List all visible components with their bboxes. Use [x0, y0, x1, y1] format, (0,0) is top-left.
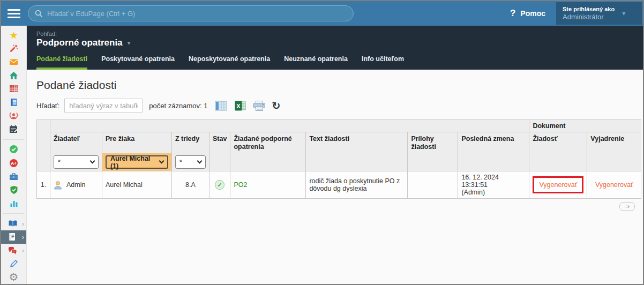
col-text-ziadosti[interactable]: Text žiadosti [306, 132, 408, 154]
pen-icon [10, 259, 18, 268]
sidebar-item-communication[interactable]: › [1, 244, 26, 257]
print-icon[interactable] [253, 101, 265, 111]
group-header-dokument: Dokument [529, 120, 641, 132]
help-button[interactable]: ? Pomoc [510, 8, 545, 19]
sidebar-item-notebook[interactable] [1, 95, 26, 109]
cell-prilohy [408, 171, 458, 199]
sidebar-item-person[interactable] [1, 109, 26, 122]
envelope-icon [9, 58, 18, 66]
filter-select-ziadatel[interactable]: * [54, 155, 99, 169]
view-label: Pohľad: [36, 31, 643, 37]
generate-vyjadrenie-link[interactable]: Vygenerovať [595, 181, 633, 189]
global-search[interactable] [28, 5, 354, 21]
sidebar-item-statistics[interactable] [1, 197, 26, 210]
sidebar-item-home[interactable] [1, 69, 26, 82]
cell-opatrenia[interactable]: PO2 [230, 171, 306, 199]
view-selector[interactable]: Podporné opatrenia ▾ [36, 38, 643, 48]
chat-bubbles-icon [8, 246, 17, 254]
sidebar-item-favorites[interactable]: ★ [1, 28, 26, 42]
cell-ziadatel: Admin [50, 171, 102, 199]
tab-neuznane-opatrenia[interactable]: Neuznané opatrenia [284, 55, 348, 70]
record-count: počet záznamov: 1 [149, 102, 207, 110]
sidebar-item-documents[interactable]: › [1, 230, 26, 244]
tab-poskytovane-opatrenia[interactable]: Poskytované opatrenia [101, 55, 175, 70]
chevron-down-icon: ▾ [622, 10, 625, 17]
row-number: 1. [37, 171, 50, 199]
content-area: Podané žiadosti Hľadať: počet záznamov: … [27, 70, 643, 284]
chevron-right-icon: › [22, 220, 24, 228]
sidebar-divider [3, 139, 24, 140]
svg-text:A+: A+ [11, 160, 17, 166]
view-header: Pohľad: Podporné opatrenia ▾ Podané žiad… [27, 26, 643, 70]
calendar-edit-icon [9, 125, 18, 133]
sidebar-item-settings[interactable]: ⚙ [1, 271, 26, 284]
check-circle-icon [9, 145, 18, 154]
menu-icon[interactable] [1, 9, 27, 18]
cell-pre-ziaka: Aurel Michal [102, 171, 172, 199]
cell-z-triedy: 8.A [172, 171, 209, 199]
col-z-triedy[interactable]: Z triedy [172, 132, 209, 154]
global-search-input[interactable] [47, 10, 347, 18]
home-icon [9, 71, 18, 80]
sidebar-item-grades[interactable]: A+ [1, 156, 26, 169]
sidebar-item-timetable[interactable] [1, 82, 26, 95]
timetable-grid-icon [9, 85, 18, 93]
notebook-icon [10, 98, 18, 107]
sidebar-item-admin[interactable] [1, 183, 26, 197]
cell-stav: ✓ [209, 171, 230, 199]
sidebar-item-library[interactable]: › [1, 217, 26, 230]
col-ziadatel[interactable]: Žiadateľ [50, 132, 102, 154]
col-stav[interactable]: Stav [209, 132, 230, 154]
account-menu[interactable]: Ste prihlásený ako Administrátor ▾ [556, 2, 642, 25]
help-label: Pomoc [520, 9, 545, 18]
chevron-down-icon [197, 159, 203, 164]
tab-podane-ziadosti[interactable]: Podané žiadosti [36, 55, 87, 70]
user-icon [54, 181, 62, 190]
filter-select-z-triedy[interactable]: * [175, 155, 206, 169]
col-vyjadrenie[interactable]: Vyjadrenie [587, 132, 641, 154]
filter-value: Aurel Michal (1) [110, 155, 156, 170]
next-page-button[interactable]: ⇒ [619, 202, 635, 211]
col-opatrenia[interactable]: Žiadané podporné opatrenia [230, 132, 306, 154]
sidebar-item-sign[interactable] [1, 257, 26, 271]
cell-text-ziadosti: rodič žiada o poskytnutie PO z dôvodu dg… [306, 171, 408, 199]
table-search-input[interactable] [64, 99, 143, 112]
col-prilohy[interactable]: Prílohy žiadosti [408, 132, 458, 154]
sidebar-item-messages[interactable] [1, 55, 26, 69]
sidebar-item-calendar[interactable] [1, 122, 26, 136]
sidebar: ★ [1, 26, 27, 284]
col-posledna-zmena[interactable]: Posledná zmena [458, 132, 529, 154]
columns-icon[interactable] [215, 101, 227, 111]
chevron-right-icon: › [22, 246, 24, 254]
magic-wand-icon [9, 44, 18, 53]
filter-select-pre-ziaka[interactable]: Aurel Michal (1) [106, 155, 168, 169]
excel-export-icon[interactable]: X [235, 101, 246, 111]
applicant-name: Admin [66, 181, 85, 189]
refresh-icon[interactable]: ↻ [272, 101, 280, 111]
bar-chart-icon [10, 199, 18, 207]
col-ziadost[interactable]: Žiadosť [529, 132, 587, 154]
tab-neposkytovane-opatrenia[interactable]: Neposkytované opatrenia [189, 55, 270, 70]
col-pre-ziaka[interactable]: Pre žiaka [102, 132, 172, 154]
page-title: Podané žiadosti [36, 79, 643, 92]
row-number-header [37, 120, 50, 171]
chevron-down-icon [90, 159, 95, 164]
account-label: Ste prihlásený ako [563, 6, 615, 12]
tab-bar: Podané žiadosti Poskytované opatrenia Ne… [36, 55, 643, 70]
chevron-down-icon [159, 159, 164, 164]
tab-info-ucitelom[interactable]: Info učiteľom [362, 55, 404, 70]
table-row: 1. Admin Aurel Michal 8.A ✓ [37, 171, 641, 199]
table-pager: ⇒ [36, 201, 635, 211]
search-label: Hľadať: [36, 102, 59, 110]
grades-a-plus-icon: A+ [9, 159, 18, 168]
account-user: Administrátor [563, 13, 615, 21]
sidebar-item-wizard[interactable] [1, 42, 26, 55]
table-toolbar: Hľadať: počet záznamov: 1 X ↻ [36, 99, 643, 112]
sidebar-item-agenda[interactable] [1, 170, 26, 183]
sidebar-item-approvals[interactable] [1, 142, 26, 156]
requests-table: Dokument Žiadateľ Pre žiaka Z triedy Sta… [36, 119, 641, 199]
generate-ziadost-link[interactable]: Vygenerovať [539, 181, 577, 189]
question-mark-icon: ? [510, 8, 515, 19]
highlight-box: Vygenerovať [533, 176, 583, 193]
view-title: Podporné opatrenia [36, 38, 123, 48]
